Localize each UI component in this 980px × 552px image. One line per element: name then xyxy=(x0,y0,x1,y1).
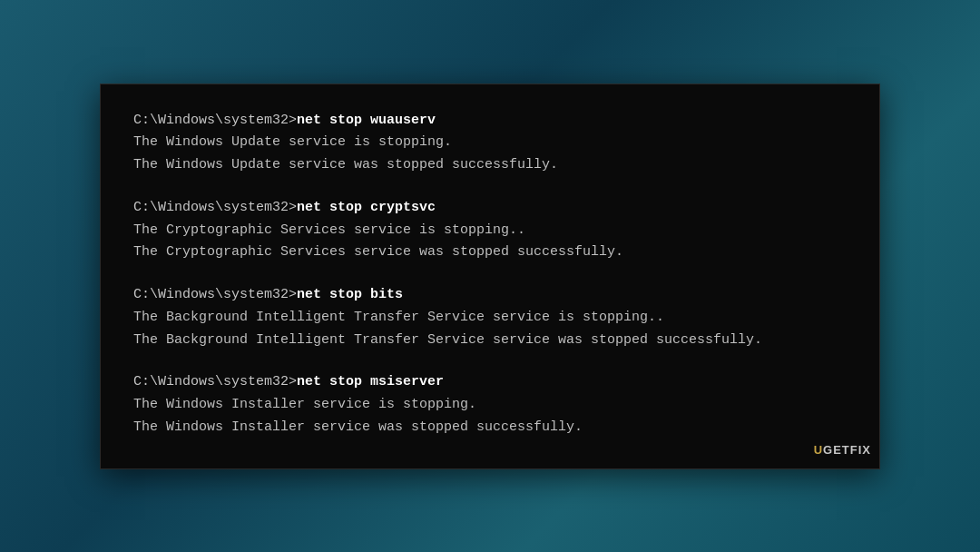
command-text-4: net stop msiserver xyxy=(297,374,444,389)
terminal-block-cryptsvc: C:\Windows\system32>net stop cryptsvc Th… xyxy=(133,197,847,264)
watermark-u: U xyxy=(814,443,823,457)
output-3a: The Background Intelligent Transfer Serv… xyxy=(133,307,847,330)
terminal-block-msiserver: C:\Windows\system32>net stop msiserver T… xyxy=(133,371,847,439)
watermark: UGETFIX xyxy=(814,443,871,457)
prompt-2: C:\Windows\system32> xyxy=(133,200,297,215)
output-3b: The Background Intelligent Transfer Serv… xyxy=(133,330,847,352)
prompt-4: C:\Windows\system32> xyxy=(133,374,297,389)
command-line-1: C:\Windows\system32>net stop wuauserv xyxy=(133,110,847,133)
page-container: C:\Windows\system32>net stop wuauserv Th… xyxy=(0,0,980,552)
command-line-2: C:\Windows\system32>net stop cryptsvc xyxy=(133,197,847,220)
prompt-1: C:\Windows\system32> xyxy=(133,113,297,128)
prompt-3: C:\Windows\system32> xyxy=(133,287,297,302)
output-1a: The Windows Update service is stopping. xyxy=(133,132,847,154)
terminal-window: C:\Windows\system32>net stop wuauserv Th… xyxy=(100,84,880,469)
output-4a: The Windows Installer service is stoppin… xyxy=(133,394,847,417)
watermark-suffix: GETFIX xyxy=(823,443,871,457)
terminal-block-wuauserv: C:\Windows\system32>net stop wuauserv Th… xyxy=(133,110,847,177)
command-text-1: net stop wuauserv xyxy=(297,113,436,128)
terminal-block-bits: C:\Windows\system32>net stop bits The Ba… xyxy=(133,284,847,351)
output-2b: The Cryptographic Services service was s… xyxy=(133,242,847,264)
output-4b: The Windows Installer service was stoppe… xyxy=(133,417,847,439)
output-1b: The Windows Update service was stopped s… xyxy=(133,154,847,177)
terminal-wrapper: C:\Windows\system32>net stop wuauserv Th… xyxy=(100,84,880,469)
command-text-3: net stop bits xyxy=(297,287,403,302)
command-line-4: C:\Windows\system32>net stop msiserver xyxy=(133,371,847,394)
command-text-2: net stop cryptsvc xyxy=(297,200,436,215)
output-2a: The Cryptographic Services service is st… xyxy=(133,220,847,242)
command-line-3: C:\Windows\system32>net stop bits xyxy=(133,284,847,307)
